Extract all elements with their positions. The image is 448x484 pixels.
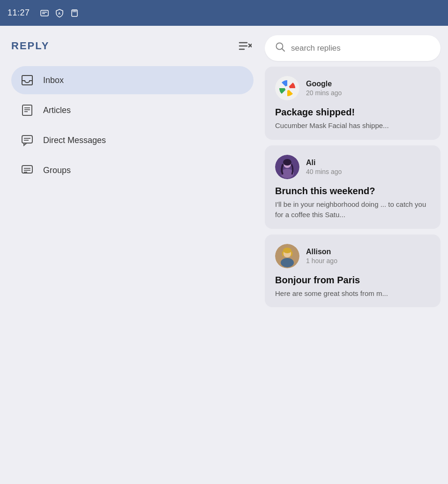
sidebar: REPLY [0,26,265,484]
message-card-ali[interactable]: Ali 40 mins ago Brunch this weekend? I'l… [265,145,441,229]
sender-name-allison: Allison [306,248,337,256]
sender-name-google: Google [306,80,342,88]
nav-items: Inbox Articles [11,66,254,184]
main-container: REPLY [0,26,448,484]
svg-rect-14 [22,105,32,115]
search-bar[interactable] [265,35,441,61]
search-icon [275,42,285,54]
avatar-allison [275,244,299,268]
sidebar-header: REPLY [11,39,254,53]
groups-label: Groups [43,166,71,175]
groups-icon [21,164,34,177]
status-bar: 11:27 A [0,0,448,26]
message-header-google: Google 20 mins ago [275,76,430,100]
status-time: 11:27 [7,8,30,18]
message-preview-allison: Here are some great shots from m... [275,288,430,299]
articles-icon [21,104,34,117]
svg-point-36 [283,248,291,253]
svg-rect-18 [22,136,32,143]
svg-point-28 [285,86,290,91]
message-time-ali: 40 mins ago [306,168,342,175]
sd-card-icon [69,8,80,18]
message-card-google[interactable]: Google 20 mins ago Package shipped! Cucu… [265,67,441,140]
svg-point-32 [283,159,291,166]
direct-messages-label: Direct Messages [43,136,106,145]
text-icon [39,8,50,18]
sidebar-item-groups[interactable]: Groups [11,156,254,184]
app-title: REPLY [11,40,49,52]
message-time-allison: 1 hour ago [306,257,337,265]
sender-info-allison: Allison 1 hour ago [306,248,337,265]
message-subject-allison: Bonjour from Paris [275,275,430,286]
status-icons: A [39,8,80,18]
avatar-ali [275,155,299,179]
svg-point-35 [281,258,294,267]
message-header-ali: Ali 40 mins ago [275,155,430,179]
message-subject-ali: Brunch this weekend? [275,186,430,197]
sender-info-google: Google 20 mins ago [306,80,342,97]
message-preview-google: Cucumber Mask Facial has shippe... [275,121,430,131]
articles-label: Articles [43,106,71,115]
sidebar-item-direct-messages[interactable]: Direct Messages [11,126,254,154]
message-preview-ali: I'll be in your neighborhood doing ... t… [275,199,430,220]
avatar-google [275,76,299,100]
shield-icon: A [54,8,65,18]
message-subject-google: Package shipped! [275,107,430,118]
sidebar-item-articles[interactable]: Articles [11,96,254,124]
message-header-allison: Allison 1 hour ago [275,244,430,268]
search-input[interactable] [291,44,430,53]
message-card-allison[interactable]: Allison 1 hour ago Bonjour from Paris He… [265,234,441,308]
message-time-google: 20 mins ago [306,89,342,97]
right-panel: Google 20 mins ago Package shipped! Cucu… [265,26,448,484]
direct-messages-icon [21,134,34,147]
svg-line-26 [282,49,285,52]
sender-info-ali: Ali 40 mins ago [306,159,342,175]
svg-rect-0 [41,10,48,16]
inbox-icon [21,74,34,87]
svg-text:A: A [58,12,60,15]
menu-button[interactable] [237,39,254,53]
sender-name-ali: Ali [306,159,342,167]
inbox-label: Inbox [43,76,64,85]
sidebar-item-inbox[interactable]: Inbox [11,66,254,94]
